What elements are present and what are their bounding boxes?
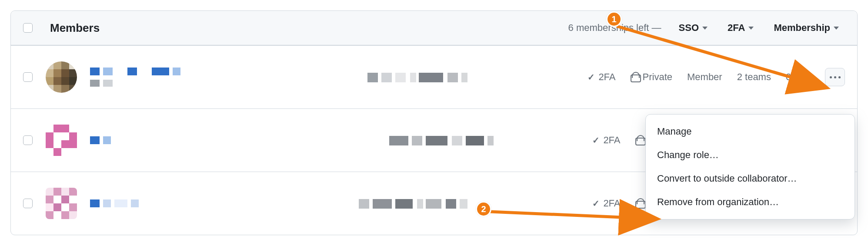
members-title: Members bbox=[50, 21, 100, 35]
row-checkbox[interactable] bbox=[23, 72, 33, 82]
menu-remove-from-org[interactable]: Remove from organization… bbox=[646, 190, 855, 214]
avatar[interactable] bbox=[46, 125, 77, 156]
select-all-checkbox[interactable] bbox=[23, 23, 33, 33]
svg-line-1 bbox=[491, 212, 652, 219]
annotation-arrow-2 bbox=[487, 206, 670, 227]
lock-icon bbox=[635, 135, 644, 145]
twofa-badge: ✓ 2FA bbox=[588, 71, 615, 83]
twofa-badge: ✓ 2FA bbox=[592, 135, 620, 146]
avatar[interactable] bbox=[46, 188, 77, 219]
row-checkbox[interactable] bbox=[23, 135, 33, 145]
menu-convert-outside[interactable]: Convert to outside collaborator… bbox=[646, 167, 855, 190]
row-actions-menu: Manage Change role… Convert to outside c… bbox=[645, 114, 855, 220]
menu-change-role[interactable]: Change role… bbox=[646, 143, 855, 167]
annotation-badge-2: 2 bbox=[476, 201, 491, 217]
member-name[interactable] bbox=[90, 199, 203, 207]
avatar[interactable] bbox=[46, 61, 77, 93]
annotation-arrow-1 bbox=[613, 22, 839, 96]
check-icon: ✓ bbox=[588, 72, 595, 82]
menu-manage[interactable]: Manage bbox=[646, 120, 855, 143]
svg-line-0 bbox=[617, 26, 822, 86]
member-name[interactable] bbox=[90, 136, 203, 144]
member-name[interactable] bbox=[90, 68, 203, 87]
check-icon: ✓ bbox=[592, 135, 600, 145]
annotation-badge-1: 1 bbox=[606, 11, 622, 27]
row-checkbox[interactable] bbox=[23, 199, 33, 208]
